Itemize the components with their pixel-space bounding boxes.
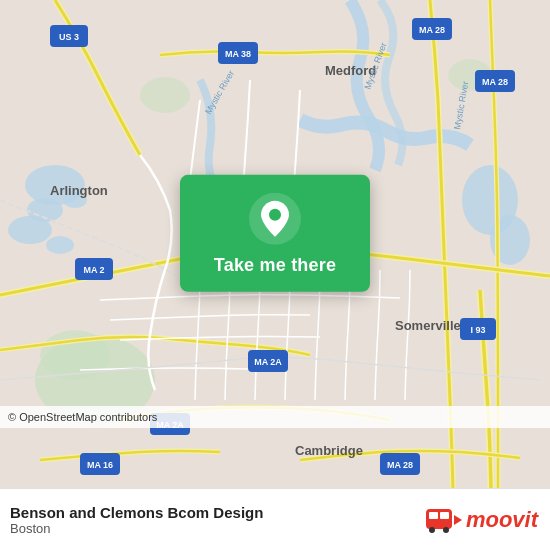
svg-text:US 3: US 3 xyxy=(59,32,79,42)
svg-text:MA 28: MA 28 xyxy=(419,25,445,35)
place-info: Benson and Clemons Bcom Design Boston xyxy=(10,504,263,536)
svg-text:MA 38: MA 38 xyxy=(225,49,251,59)
svg-text:I 93: I 93 xyxy=(470,325,485,335)
svg-point-45 xyxy=(443,527,449,533)
moovit-icon xyxy=(424,505,462,535)
svg-rect-41 xyxy=(426,509,452,529)
svg-text:MA 2A: MA 2A xyxy=(254,357,282,367)
svg-point-40 xyxy=(269,209,281,221)
svg-rect-42 xyxy=(429,512,438,519)
svg-text:MA 16: MA 16 xyxy=(87,460,113,470)
svg-text:Cambridge: Cambridge xyxy=(295,443,363,458)
attribution-text: © OpenStreetMap contributors xyxy=(8,411,157,423)
svg-text:MA 28: MA 28 xyxy=(387,460,413,470)
take-me-there-button[interactable]: Take me there xyxy=(180,175,370,292)
place-city: Boston xyxy=(10,521,263,536)
location-pin-icon xyxy=(249,193,301,245)
overlay-button-label: Take me there xyxy=(214,255,336,276)
map-attribution: © OpenStreetMap contributors xyxy=(0,406,550,428)
place-name: Benson and Clemons Bcom Design xyxy=(10,504,263,521)
svg-point-10 xyxy=(140,77,190,113)
svg-rect-43 xyxy=(440,512,449,519)
svg-point-4 xyxy=(8,216,52,244)
svg-text:Somerville: Somerville xyxy=(395,318,461,333)
map-container: US 3 MA 38 MA 28 MA 28 MA 2 MA 2A MA 2A … xyxy=(0,0,550,490)
svg-text:MA 28: MA 28 xyxy=(482,77,508,87)
svg-text:Arlington: Arlington xyxy=(50,183,108,198)
svg-point-5 xyxy=(46,236,74,254)
moovit-logo: moovit xyxy=(424,505,538,535)
moovit-text: moovit xyxy=(466,507,538,533)
svg-point-44 xyxy=(429,527,435,533)
bottom-info-bar: Benson and Clemons Bcom Design Boston mo… xyxy=(0,488,550,550)
svg-text:MA 2: MA 2 xyxy=(83,265,104,275)
